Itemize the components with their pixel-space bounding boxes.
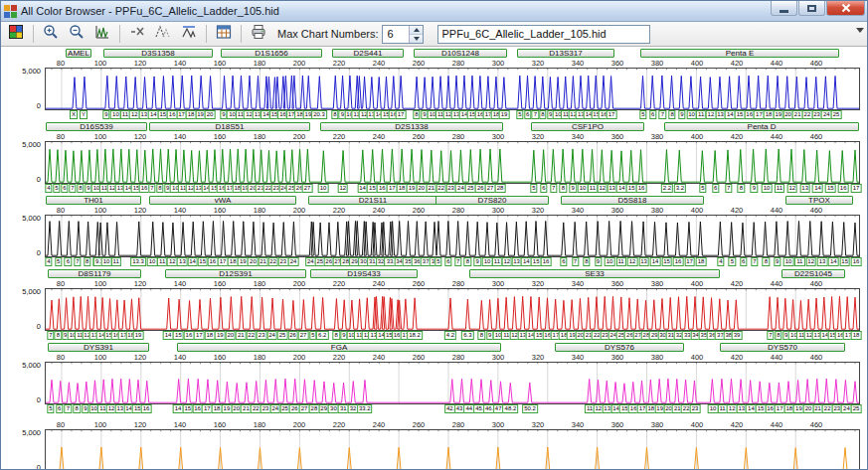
electropherogram-plot-green[interactable]: [45, 141, 860, 184]
allele-label: 14: [812, 184, 823, 193]
allele-label: 18: [205, 331, 216, 340]
zoom-in-button[interactable]: [39, 23, 63, 45]
x-tick-label: 320: [532, 280, 545, 288]
x-tick-label: 200: [293, 207, 306, 215]
x-tick-label: 180: [254, 421, 266, 429]
sample-filename-field[interactable]: [437, 25, 650, 44]
marker-box-D10S1248[interactable]: D10S1248: [414, 49, 507, 58]
allele-label: 8: [55, 331, 62, 340]
allele-label: 6.3: [461, 331, 473, 340]
max-chart-numbers-spinner[interactable]: 6: [382, 25, 424, 44]
allele-label: 28: [495, 184, 506, 193]
allele-label: 7: [532, 110, 539, 119]
color-channels-button[interactable]: [4, 23, 28, 45]
x-tick-label: 200: [293, 421, 306, 429]
marker-box-DYS391[interactable]: DYS391: [48, 343, 149, 352]
marker-box-D19S433[interactable]: D19S433: [310, 269, 418, 278]
allele-label: 20.3: [311, 110, 327, 119]
allele-label: 6.2: [316, 331, 328, 340]
allele-label: 21: [236, 331, 247, 340]
chart-row-orange: 5,0000: [1, 429, 867, 469]
electropherogram-plot-black[interactable]: [45, 215, 860, 257]
chart-row-green: 5,0000: [1, 141, 867, 184]
allele-label: 19: [215, 331, 226, 340]
allele-label: X: [70, 110, 78, 119]
allele-label: 25: [831, 110, 842, 119]
marker-box-Penta-E[interactable]: Penta E: [640, 49, 839, 58]
x-tick-label: 340: [572, 280, 585, 288]
show-peaks-button[interactable]: [151, 23, 175, 45]
electropherogram-plot-red[interactable]: [45, 288, 860, 331]
marker-box-D13S317[interactable]: D13S317: [517, 49, 614, 58]
marker-box-D22S1045[interactable]: D22S1045: [781, 269, 845, 278]
maximize-button[interactable]: [798, 1, 825, 16]
allele-label: 19: [133, 331, 144, 340]
zoom-out-button[interactable]: [65, 23, 88, 45]
allele-label: 4: [45, 184, 52, 193]
x-tick-label: 200: [293, 133, 306, 141]
marker-box-TH01[interactable]: TH01: [46, 196, 141, 205]
x-tick-label: 200: [293, 280, 306, 288]
minimize-button[interactable]: [771, 1, 797, 16]
marker-box-Penta-D[interactable]: Penta D: [664, 122, 859, 131]
allele-label: 19: [238, 257, 249, 266]
spinner-up-button[interactable]: [410, 26, 423, 35]
marker-box-TPOX[interactable]: TPOX: [785, 196, 853, 205]
zoom-fit-button[interactable]: [90, 23, 114, 45]
allele-label: 23: [690, 404, 701, 413]
hide-labels-button[interactable]: [125, 23, 149, 45]
marker-box-D16S539[interactable]: D16S539: [46, 122, 147, 131]
allele-label: 8: [738, 184, 745, 193]
close-button[interactable]: [826, 1, 865, 16]
x-tick-label: 460: [810, 421, 823, 429]
marker-box-D21S11[interactable]: D21S11: [308, 196, 437, 205]
x-tick-label: 320: [532, 60, 545, 68]
x-tick-label: 260: [413, 280, 426, 288]
marker-box-FGA[interactable]: FGA: [177, 343, 501, 352]
x-tick-label: 200: [293, 60, 306, 68]
marker-box-D12S391[interactable]: D12S391: [165, 269, 306, 278]
print-button[interactable]: [247, 23, 270, 45]
allele-label: 10: [318, 184, 329, 193]
electropherogram-plot-pink[interactable]: [45, 362, 860, 404]
x-axis-row-black: 8010012014016018020022024026028030032034…: [45, 207, 860, 215]
marker-box-D5S818[interactable]: D5S818: [561, 196, 704, 205]
x-tick-label: 260: [413, 60, 426, 68]
electropherogram-plot-blue[interactable]: [45, 68, 860, 110]
marker-box-vWA[interactable]: vWA: [149, 196, 296, 205]
allele-label: 27: [298, 331, 309, 340]
spinner-down-button[interactable]: [410, 35, 423, 43]
y-axis-max-label: 5,000: [1, 288, 41, 296]
marker-box-D1S1656[interactable]: D1S1656: [221, 49, 322, 58]
marker-box-DYS576[interactable]: DYS576: [555, 343, 684, 352]
channel-black: TH01vWAD21S11D7S820D5S818TPOX80100120140…: [1, 196, 867, 267]
marker-box-D2S1338[interactable]: D2S1338: [320, 122, 503, 131]
marker-box-D3S1358[interactable]: D3S1358: [103, 49, 213, 58]
x-tick-label: 80: [57, 280, 65, 288]
trace-orange: [46, 447, 859, 469]
marker-box-D7S820[interactable]: D7S820: [435, 196, 549, 205]
marker-box-AMEL[interactable]: AMEL: [66, 49, 91, 58]
allele-label: 24: [266, 331, 277, 340]
x-axis-row-pink: 8010012014016018020022024026028030032034…: [45, 354, 860, 362]
marker-box-D2S441[interactable]: D2S441: [332, 49, 404, 58]
x-tick-label: 80: [57, 133, 65, 141]
show-raw-button[interactable]: [177, 23, 201, 45]
show-raw-icon: [181, 24, 197, 44]
allele-label: 6: [56, 404, 63, 413]
marker-box-D8S1179[interactable]: D8S1179: [48, 269, 141, 278]
marker-box-D18S51[interactable]: D18S51: [149, 122, 310, 131]
marker-box-DYS570[interactable]: DYS570: [720, 343, 845, 352]
allele-label: 7: [65, 404, 72, 413]
x-tick-label: 140: [174, 280, 187, 288]
x-tick-label: 400: [691, 354, 704, 362]
x-tick-label: 360: [611, 60, 624, 68]
electropherogram-plot-orange[interactable]: [45, 429, 860, 469]
x-tick-label: 120: [134, 354, 147, 362]
marker-box-CSF1PO[interactable]: CSF1PO: [531, 122, 644, 131]
marker-box-SE33[interactable]: SE33: [469, 269, 720, 278]
report-table-button[interactable]: [212, 23, 236, 45]
toolbar-overflow-icon[interactable]: [856, 28, 864, 33]
y-axis-max-label: 5,000: [1, 215, 41, 223]
allele-label: 8: [413, 110, 420, 119]
